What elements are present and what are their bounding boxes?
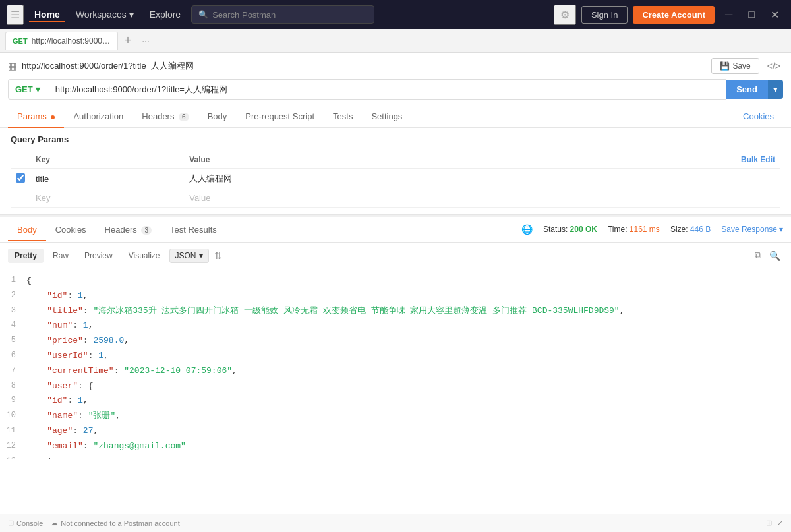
json-line: 7 "currentTime": "2023-12-10 07:59:06", [0,364,791,379]
param-value-empty[interactable]: Value [184,189,508,208]
headers-badge: 6 [179,113,189,121]
table-row: Key Value [11,189,780,208]
globe-icon: 🌐 [521,224,533,235]
footer: ⊡ Console ☁ Not connected to a Postman a… [0,514,791,532]
json-content: "user": { [26,380,791,394]
line-number: 5 [0,334,26,348]
tab-authorization[interactable]: Authorization [64,106,132,127]
tab-params[interactable]: Params [8,106,64,127]
param-value[interactable]: 人人编程网 [184,169,508,189]
send-dropdown-button[interactable]: ▾ [768,80,783,99]
response-tabs: Body Cookies Headers 3 Test Results 🌐 St… [0,217,791,243]
search-icon: 🔍 [198,10,208,19]
json-line: 3 "title": "海尔冰箱335升 法式多门四开门冰箱 一级能效 风冷无霜… [0,304,791,319]
json-line: 4 "num": 1, [0,318,791,334]
status-value: 200 OK [570,225,597,234]
layout-icon[interactable]: ⊞ [766,519,772,527]
nav-home[interactable]: Home [29,7,65,22]
save-response-button[interactable]: Save Response ▾ [721,225,783,234]
resp-tab-body[interactable]: Body [8,220,46,240]
tab-prerequest[interactable]: Pre-request Script [236,106,324,127]
line-number: 6 [0,349,26,363]
bulk-edit-button[interactable]: Bulk Edit [508,151,780,169]
signin-button[interactable]: Sign In [581,6,628,24]
line-number: 9 [0,394,26,408]
search-placeholder: Search Postman [212,10,276,20]
nav-explore[interactable]: Explore [144,7,186,22]
time-label: Time: 1161 ms [608,225,660,234]
status-label: Status: 200 OK [543,225,597,234]
fmt-pretty[interactable]: Pretty [8,249,44,263]
json-content: "num": 1, [26,319,791,333]
url-input[interactable] [47,79,726,100]
close-button[interactable]: ✕ [765,6,784,24]
size-value: 446 B [690,225,711,234]
url-title-bar: ▦ http://localhost:9000/order/1?title=人人… [0,53,791,79]
json-content: { [26,274,791,288]
json-content: "name": "张珊", [26,409,791,423]
connection-status: ☁ Not connected to a Postman account [51,519,179,527]
size-label: Size: 446 B [670,225,711,234]
tab-cookies[interactable]: Cookies [734,106,783,127]
resp-tab-test-results[interactable]: Test Results [161,220,226,240]
format-select[interactable]: JSON ▾ [169,249,209,263]
terminal-icon: ⊡ [8,519,14,527]
json-line: 11 "age": 27, [0,424,791,439]
time-value: 1161 ms [630,225,660,234]
search-json-icon[interactable]: 🔍 [767,248,783,264]
resp-headers-badge: 3 [141,226,152,235]
resp-tab-cookies[interactable]: Cookies [46,220,96,240]
code-icon[interactable]: </> [765,58,783,74]
connection-label: Not connected to a Postman account [61,519,179,527]
top-nav: ☰ Home Workspaces ▾ Explore 🔍 Search Pos… [0,0,791,29]
maximize-button[interactable]: □ [743,6,760,23]
param-key-empty[interactable]: Key [30,189,184,208]
col-key-header: Key [30,151,184,169]
save-button[interactable]: 💾 Save [711,58,759,74]
send-button[interactable]: Send [726,80,768,99]
fmt-visualize[interactable]: Visualize [122,249,167,263]
json-content: "email": "zhangs@gmail.com" [26,440,791,454]
line-number: 8 [0,380,26,394]
fmt-raw[interactable]: Raw [46,249,75,263]
json-content: "userId": 1, [26,349,791,363]
request-area: ▦ http://localhost:9000/order/1?title=人人… [0,53,791,215]
json-content: "currentTime": "2023-12-10 07:59:06", [26,365,791,378]
request-tabs: Params Authorization Headers 6 Body Pre-… [0,106,791,128]
tab-headers[interactable]: Headers 6 [132,106,198,127]
resp-tab-headers[interactable]: Headers 3 [96,220,161,240]
filter-icon[interactable]: ⇅ [212,248,225,264]
method-label: GET [15,84,33,94]
copy-icon[interactable]: ⧉ [752,247,764,264]
params-dot [51,115,55,119]
line-number: 7 [0,365,26,378]
expand-icon[interactable]: ⤢ [777,519,783,527]
json-line: 13 } [0,454,791,459]
query-params-section: Query Params Key Value Bulk Edit title 人… [0,128,791,214]
add-tab-button[interactable]: + [121,34,136,47]
json-viewer[interactable]: 1{2 "id": 1,3 "title": "海尔冰箱335升 法式多门四开门… [0,268,791,459]
hamburger-icon[interactable]: ☰ [7,5,24,25]
console-label: Console [16,519,43,527]
tab-body[interactable]: Body [198,106,237,127]
method-select[interactable]: GET ▾ [8,79,47,100]
param-checkbox[interactable] [16,173,25,183]
params-table: Key Value Bulk Edit title 人人编程网 Key Valu… [11,151,780,208]
console-button[interactable]: ⊡ Console [8,519,43,527]
request-tab[interactable]: GET http://localhost:9000/ord... [5,32,118,50]
minimize-button[interactable]: ─ [720,6,738,23]
create-account-button[interactable]: Create Account [633,6,715,24]
query-params-title: Query Params [11,134,780,144]
nav-workspaces[interactable]: Workspaces ▾ [71,7,139,22]
settings-icon[interactable]: ⚙ [554,5,576,25]
more-tabs-icon[interactable]: ··· [138,36,154,46]
col-value-header: Value [184,151,508,169]
chevron-down-icon: ▾ [129,9,134,20]
json-content: "title": "海尔冰箱335升 法式多门四开门冰箱 一级能效 风冷无霜 双… [26,305,791,318]
search-bar[interactable]: 🔍 Search Postman [191,5,374,24]
tab-settings[interactable]: Settings [362,106,411,127]
tab-tests[interactable]: Tests [324,106,362,127]
param-key[interactable]: title [30,169,184,189]
fmt-preview[interactable]: Preview [78,249,119,263]
json-line: 9 "id": 1, [0,394,791,409]
